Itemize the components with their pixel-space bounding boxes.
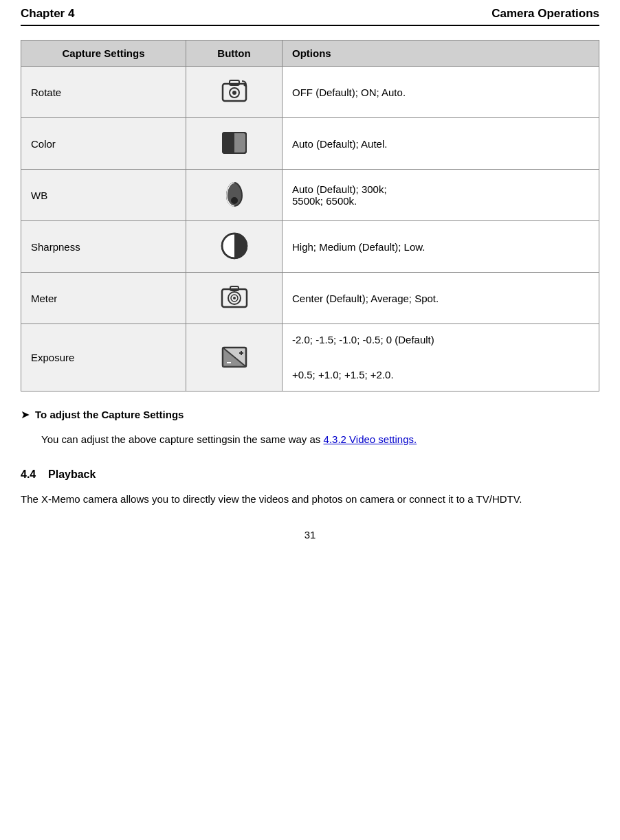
options-meter: Center (Default); Average; Spot.	[283, 273, 599, 324]
col-header-settings: Capture Settings	[21, 41, 186, 67]
sharpness-svg	[217, 229, 252, 263]
button-cell-exposure	[186, 324, 283, 391]
section-44-body: The X-Memo camera allows you to directly…	[21, 490, 599, 508]
setting-name-meter: Meter	[21, 273, 186, 324]
rotate-svg	[217, 74, 252, 109]
table-header-row: Capture Settings Button Options	[21, 41, 599, 67]
options-exposure-text: -2.0; -1.5; -1.0; -0.5; 0 (Default)+0.5;…	[292, 334, 434, 381]
options-wb-text: Auto (Default); 300k;5500k; 6500k.	[292, 183, 387, 207]
adjust-section-body: You can adjust the above capture setting…	[41, 431, 599, 449]
setting-name-color: Color	[21, 118, 186, 170]
arrow-icon: ➤	[21, 408, 30, 421]
color-icon	[217, 125, 252, 161]
setting-name-wb: WB	[21, 170, 186, 221]
button-cell-sharpness	[186, 221, 283, 273]
table-row: Color Auto (Default); Autel.	[21, 118, 599, 170]
button-cell-meter	[186, 273, 283, 324]
setting-name-rotate: Rotate	[21, 67, 186, 118]
svg-point-3	[232, 91, 236, 95]
svg-point-7	[231, 197, 238, 204]
table-row: Sharpness High; Medium (Default); Low.	[21, 221, 599, 273]
adjust-body-text: You can adjust the above capture setting…	[41, 433, 324, 445]
exposure-svg	[217, 339, 252, 374]
button-cell-wb	[186, 170, 283, 221]
page-container: Chapter 4 Camera Operations Capture Sett…	[0, 0, 620, 840]
section-44-title: 4.4 Playback	[21, 468, 599, 481]
video-settings-link[interactable]: 4.3.2 Video settings.	[324, 433, 417, 445]
options-sharpness: High; Medium (Default); Low.	[283, 221, 599, 273]
button-cell-color	[186, 118, 283, 170]
page-number: 31	[21, 529, 599, 541]
meter-svg	[217, 280, 252, 315]
button-cell-rotate	[186, 67, 283, 118]
adjust-section-heading: ➤ To adjust the Capture Settings	[21, 408, 599, 421]
table-row: Meter Center (Default	[21, 273, 599, 324]
col-header-button: Button	[186, 41, 283, 67]
section-44-heading: Playback	[48, 468, 96, 480]
options-wb: Auto (Default); 300k;5500k; 6500k.	[283, 170, 599, 221]
col-header-options: Options	[283, 41, 599, 67]
rotate-icon	[217, 73, 252, 109]
options-color: Auto (Default); Autel.	[283, 118, 599, 170]
exposure-icon	[217, 339, 252, 374]
options-exposure: -2.0; -1.5; -1.0; -0.5; 0 (Default)+0.5;…	[283, 324, 599, 391]
capture-settings-table: Capture Settings Button Options Rotate	[21, 40, 599, 391]
section-44-number: 4.4	[21, 468, 36, 480]
video-settings-link-text: 4.3.2 Video settings.	[324, 433, 417, 445]
section-44: 4.4 Playback The X-Memo camera allows yo…	[21, 468, 599, 508]
setting-name-sharpness: Sharpness	[21, 221, 186, 273]
sharpness-icon	[217, 228, 252, 264]
svg-point-13	[233, 297, 236, 299]
color-svg	[217, 126, 252, 160]
chapter-label: Chapter 4	[21, 7, 74, 21]
options-rotate: OFF (Default); ON; Auto.	[283, 67, 599, 118]
table-row: Exposure	[21, 324, 599, 391]
adjust-heading-text: To adjust the Capture Settings	[35, 409, 184, 420]
wb-svg	[217, 177, 252, 212]
meter-icon	[217, 280, 252, 315]
table-row: Rotate	[21, 67, 599, 118]
chapter-header: Chapter 4 Camera Operations	[21, 7, 599, 26]
table-row: WB Auto (Default); 300k;5500k; 6500k.	[21, 170, 599, 221]
setting-name-exposure: Exposure	[21, 324, 186, 391]
chapter-title: Camera Operations	[491, 7, 599, 21]
wb-icon	[217, 177, 252, 212]
